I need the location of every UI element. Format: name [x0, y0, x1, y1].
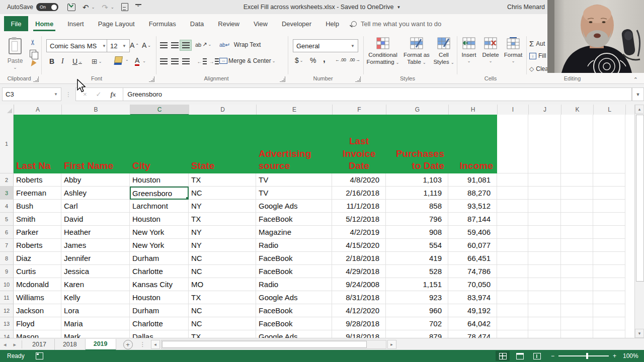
cell-D2[interactable]: TX — [189, 173, 256, 187]
cell-H2[interactable]: 91,081 — [448, 173, 497, 187]
row-header-7[interactable]: 7 — [0, 239, 14, 252]
cell-A14[interactable]: Mason — [14, 330, 61, 338]
normal-view-icon[interactable] — [496, 351, 510, 361]
cell-H6[interactable]: 59,406 — [448, 226, 497, 239]
empty-cell[interactable] — [528, 200, 561, 213]
cell-B4[interactable]: Carl — [61, 200, 130, 213]
cut-icon[interactable]: ✂ — [29, 39, 37, 45]
fill-color-button[interactable]: ⌄ — [115, 56, 129, 63]
header-cell-E[interactable]: Advertising source — [256, 115, 332, 173]
empty-cell[interactable] — [528, 226, 561, 239]
currency-button[interactable]: $⌄ — [295, 56, 303, 64]
align-top-button[interactable] — [158, 40, 169, 50]
cell-A9[interactable]: Curtis — [14, 265, 61, 278]
sheet-next-icon[interactable]: ▸ — [10, 341, 20, 348]
cell-F4[interactable]: 11/1/2018 — [332, 200, 386, 213]
cell-G14[interactable]: 879 — [386, 330, 448, 338]
empty-cell[interactable] — [561, 330, 593, 338]
copy-icon[interactable] — [30, 50, 36, 57]
scroll-down-icon[interactable]: ▾ — [635, 329, 644, 338]
tab-review[interactable]: Review — [211, 16, 247, 31]
empty-cell[interactable] — [528, 115, 561, 173]
name-box-dropdown-icon[interactable]: ▼ — [54, 92, 58, 97]
cell-E4[interactable]: Google Ads — [256, 200, 332, 213]
cell-C2[interactable]: Houston — [130, 173, 189, 187]
cell-B14[interactable]: Mark — [61, 330, 130, 338]
column-header-E[interactable]: E — [257, 105, 333, 115]
zoom-level[interactable]: 100% — [623, 352, 638, 359]
cell-E2[interactable]: TV — [256, 173, 332, 187]
expand-formula-bar-icon[interactable]: ▼ — [632, 87, 644, 101]
empty-cell[interactable] — [593, 213, 625, 226]
cell-A2[interactable]: Roberts — [14, 173, 61, 187]
insert-function-icon[interactable]: fx — [111, 90, 116, 99]
empty-cell[interactable] — [528, 330, 561, 338]
cell-B8[interactable]: Jennifer — [61, 252, 130, 265]
cell-F13[interactable]: 9/28/2018 — [332, 317, 386, 330]
empty-cell[interactable] — [593, 304, 625, 317]
insert-cells-button[interactable]: Insert⌄ — [459, 37, 479, 64]
cell-C7[interactable]: New York — [130, 239, 189, 252]
empty-cell[interactable] — [593, 200, 625, 213]
column-header-K[interactable]: K — [561, 105, 594, 115]
column-header-A[interactable]: A — [14, 105, 62, 115]
cell-H5[interactable]: 87,144 — [448, 213, 497, 226]
cell-H11[interactable]: 83,974 — [448, 291, 497, 304]
empty-cell[interactable] — [528, 252, 561, 265]
cell-F6[interactable]: 4/2/2019 — [332, 226, 386, 239]
decrease-decimal-button[interactable]: .00→ — [349, 57, 360, 62]
enter-icon[interactable]: ✓ — [96, 90, 102, 98]
empty-cell[interactable] — [561, 173, 593, 187]
cell-F9[interactable]: 4/29/2018 — [332, 265, 386, 278]
header-cell-G[interactable]: Purchases to Date — [386, 115, 448, 173]
cell-G11[interactable]: 923 — [386, 291, 448, 304]
format-painter-icon[interactable] — [29, 60, 36, 68]
row-header-6[interactable]: 6 — [0, 226, 14, 239]
cell-F3[interactable]: 2/16/2018 — [332, 187, 386, 200]
empty-cell[interactable] — [528, 278, 561, 291]
cell-A13[interactable]: Floyd — [14, 317, 61, 330]
row-header-3[interactable]: 3 — [0, 187, 14, 200]
tab-help[interactable]: Help — [318, 16, 346, 31]
print-preview-icon[interactable] — [121, 3, 128, 11]
empty-cell[interactable] — [561, 252, 593, 265]
font-color-button[interactable]: A ⌄ — [135, 56, 146, 66]
empty-cell[interactable] — [497, 187, 528, 200]
autosave-toggle[interactable]: On — [36, 3, 58, 11]
row-header-10[interactable]: 10 — [0, 278, 14, 291]
tab-home[interactable]: Home — [28, 16, 60, 31]
column-header-H[interactable]: H — [449, 105, 498, 115]
cell-D4[interactable]: NY — [189, 200, 256, 213]
cell-B3[interactable]: Ashley — [61, 187, 130, 200]
cell-A12[interactable]: Jackson — [14, 304, 61, 317]
new-sheet-button[interactable]: + — [123, 340, 133, 349]
cell-G10[interactable]: 1,151 — [386, 278, 448, 291]
customize-qat-icon[interactable] — [135, 4, 141, 10]
zoom-slider-thumb[interactable] — [586, 353, 588, 359]
cell-A11[interactable]: Williams — [14, 291, 61, 304]
grow-font-button[interactable]: A⌃ — [130, 41, 139, 49]
zoom-out-icon[interactable]: − — [551, 352, 554, 359]
cell-C12[interactable]: Durham — [130, 304, 189, 317]
cell-styles-button[interactable]: Cell Styles ⌄ — [432, 37, 456, 66]
cell-G7[interactable]: 554 — [386, 239, 448, 252]
header-cell-B[interactable]: First Name — [61, 115, 130, 173]
header-cell-A[interactable]: Last Na — [14, 115, 61, 173]
empty-cell[interactable] — [497, 173, 528, 187]
cell-C10[interactable]: Kansas City — [130, 278, 189, 291]
tab-view[interactable]: View — [247, 16, 275, 31]
percent-button[interactable]: % — [310, 56, 316, 64]
underline-button[interactable]: U⌄ — [72, 57, 82, 65]
fill-button[interactable]: ↓ Fill — [529, 52, 546, 59]
tell-me-search[interactable]: Tell me what you want to do — [351, 20, 441, 28]
cell-D8[interactable]: NC — [189, 252, 256, 265]
cell-E13[interactable]: FaceBook — [256, 317, 332, 330]
row-header-8[interactable]: 8 — [0, 252, 14, 265]
align-bottom-button[interactable] — [180, 40, 191, 50]
cell-B13[interactable]: Maria — [61, 317, 130, 330]
conditional-formatting-button[interactable]: Conditional Formatting ⌄ — [366, 37, 399, 66]
empty-cell[interactable] — [528, 187, 561, 200]
cell-G12[interactable]: 960 — [386, 304, 448, 317]
cell-C13[interactable]: Charlotte — [130, 317, 189, 330]
paste-button[interactable]: Paste ⌄ — [4, 37, 26, 73]
